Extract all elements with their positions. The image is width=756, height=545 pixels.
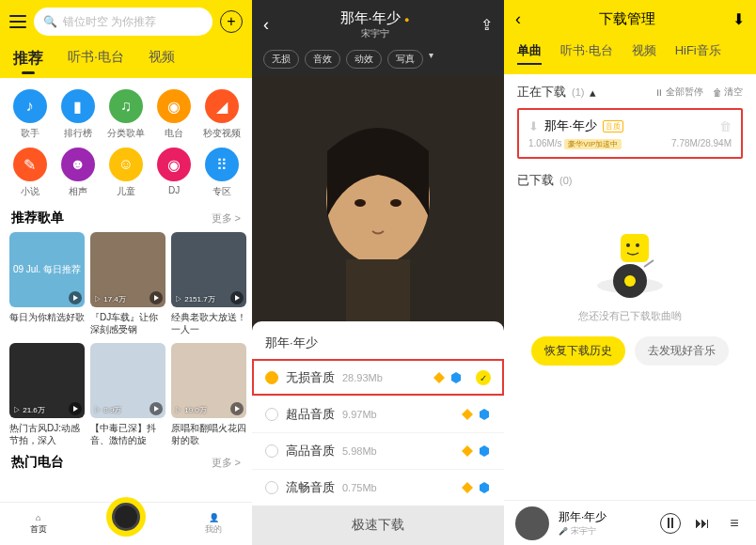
- search-icon: 🔍: [43, 15, 57, 28]
- quality-name: 超品音质: [286, 406, 335, 423]
- nav-mine[interactable]: 👤 我的: [205, 513, 222, 536]
- playlist-thumb: ▷ 19.0万: [171, 343, 246, 418]
- playlist-title: 『DJ车载』让你深刻感受钢: [90, 311, 165, 335]
- add-button[interactable]: +: [220, 10, 243, 33]
- category-item[interactable]: ✎小说: [6, 148, 54, 198]
- download-button[interactable]: 极速下载: [252, 506, 504, 545]
- menu-icon[interactable]: [9, 15, 26, 28]
- tab-hifi[interactable]: HiFi音乐: [675, 42, 721, 65]
- discover-music-button[interactable]: 去发现好音乐: [635, 336, 729, 366]
- tab-video[interactable]: 视频: [632, 42, 656, 65]
- play-icon[interactable]: [69, 402, 82, 415]
- category-item[interactable]: ☺儿童: [102, 148, 150, 198]
- player-header: ‹ 那年·年少 ● 宋宇宁 ⇪: [252, 0, 504, 50]
- category-label: 专区: [213, 185, 231, 198]
- playlist-card[interactable]: ▷ 21.6万热门古风DJ:动感节拍，深入: [9, 343, 85, 446]
- quality-option[interactable]: 高品音质5.98Mb: [252, 432, 504, 469]
- share-icon[interactable]: ⇪: [480, 16, 493, 34]
- quality-size: 5.98Mb: [342, 445, 377, 457]
- nav-player-disc[interactable]: [106, 497, 146, 537]
- category-item[interactable]: ▮排行榜: [54, 89, 102, 140]
- chip[interactable]: 动效: [346, 50, 382, 69]
- screen-downloads: ‹ 下载管理 ⬇ 单曲 听书·电台 视频 HiFi音乐 正在下载 (1) ▴ ⏸…: [504, 0, 756, 545]
- clear-button[interactable]: 🗑 清空: [713, 86, 743, 99]
- page-title: 下载管理: [599, 10, 655, 28]
- tab-recommend[interactable]: 推荐: [13, 49, 43, 69]
- tab-video[interactable]: 视频: [149, 49, 175, 69]
- section-title: 热门电台: [11, 454, 64, 471]
- category-item[interactable]: ♫分类歌单: [102, 89, 150, 140]
- mini-cover[interactable]: [515, 506, 549, 540]
- pause-all-button[interactable]: ⏸ 全部暂停: [654, 86, 703, 99]
- category-item[interactable]: ♪歌手: [6, 89, 54, 140]
- empty-illustration: [588, 215, 672, 300]
- play-count: ▷ 2151.7万: [175, 294, 215, 304]
- sheet-title: 那年·年少: [252, 331, 504, 359]
- back-icon[interactable]: ‹: [263, 15, 269, 35]
- downloaded-header[interactable]: 已下载 (0): [517, 172, 743, 189]
- quality-option[interactable]: 流畅音质0.75Mb: [252, 469, 504, 506]
- playlist-card[interactable]: ▷ 2151.7万经典老歌大放送！一人一: [171, 232, 246, 335]
- category-item[interactable]: ◢秒变视频: [198, 89, 246, 140]
- more-link[interactable]: 更多 >: [212, 211, 241, 226]
- quality-size: 0.75Mb: [342, 482, 377, 493]
- playlist-card[interactable]: ▷ 19.0万原唱和翻唱火花四射的歌: [171, 343, 246, 446]
- dl-progress: 7.78M/28.94M: [671, 138, 732, 149]
- svg-point-9: [626, 243, 630, 247]
- quality-option[interactable]: 无损音质28.93Mb✓: [252, 359, 504, 396]
- category-item[interactable]: ◉电台: [150, 89, 198, 140]
- play-count: ▷ 17.4万: [94, 294, 126, 304]
- playlist-title: 【中毒已深】抖音、激情的旋: [90, 422, 165, 446]
- tab-audiobook[interactable]: 听书·电台: [68, 49, 124, 69]
- playlist-icon[interactable]: ≡: [724, 513, 745, 534]
- tab-audiobook[interactable]: 听书·电台: [560, 42, 613, 65]
- category-item[interactable]: ☻相声: [54, 148, 102, 198]
- section-header: 推荐歌单 更多 >: [0, 202, 252, 232]
- download-all-icon[interactable]: ⬇: [732, 10, 745, 28]
- category-item[interactable]: ◉DJ: [150, 148, 198, 198]
- main-tabs: 推荐 听书·电台 视频: [0, 43, 252, 78]
- svg-rect-8: [621, 234, 649, 262]
- screen-player: ‹ 那年·年少 ● 宋宇宁 ⇪ 无损 音效 动效 写真 ▾ 那年·年少 无损音质…: [252, 0, 504, 545]
- playlist-thumb: ▷ 2151.7万: [171, 232, 246, 307]
- person-icon: 👤: [209, 513, 219, 522]
- playlist-card[interactable]: ▷ 17.4万『DJ车载』让你深刻感受钢: [90, 232, 165, 335]
- play-icon[interactable]: [69, 291, 82, 304]
- restore-history-button[interactable]: 恢复下载历史: [531, 336, 625, 366]
- play-icon[interactable]: [150, 402, 163, 415]
- dl-action-icon[interactable]: ⬇: [528, 119, 539, 133]
- play-count: ▷ 21.6万: [13, 405, 45, 415]
- chevron-up-icon: ▴: [590, 86, 596, 100]
- empty-state: 您还没有已下载歌曲哟 恢复下载历史 去发现好音乐: [517, 196, 743, 384]
- search-input[interactable]: 🔍 错位时空 为你推荐: [34, 8, 213, 36]
- downloading-header[interactable]: 正在下载 (1) ▴ ⏸ 全部暂停 🗑 清空: [517, 84, 743, 101]
- play-icon[interactable]: [150, 291, 163, 304]
- chip[interactable]: 无损: [263, 50, 299, 69]
- screen-home: 🔍 错位时空 为你推荐 + 推荐 听书·电台 视频 ♪歌手▮排行榜♫分类歌单◉电…: [0, 0, 252, 545]
- radio-icon: [265, 408, 278, 421]
- chip[interactable]: 音效: [305, 50, 340, 69]
- playlist-thumb: ▷ 21.6万: [9, 343, 85, 418]
- download-item[interactable]: ⬇ 那年·年少 音质 🗑 1.06M/s 豪华VIP加速中 7.78M/28.9…: [517, 108, 743, 159]
- playlist-card[interactable]: 09 Jul. 每日推荐每日为你精选好歌: [9, 232, 85, 335]
- chip[interactable]: 写真: [387, 50, 423, 69]
- quality-option[interactable]: 超品音质9.97Mb: [252, 396, 504, 432]
- radio-icon: [265, 481, 278, 494]
- home-icon: ⌂: [36, 513, 40, 522]
- play-icon[interactable]: [230, 291, 244, 304]
- more-link[interactable]: 更多 >: [212, 456, 241, 470]
- nav-home[interactable]: ⌂ 首页: [30, 513, 47, 536]
- delete-icon[interactable]: 🗑: [719, 119, 732, 133]
- category-item[interactable]: ⠿专区: [198, 148, 246, 198]
- quality-sheet: 那年·年少 无损音质28.93Mb✓超品音质9.97Mb高品音质5.98Mb流畅…: [252, 321, 504, 545]
- mini-player[interactable]: 那年·年少 🎤 宋宇宁 ⏸ ⏭ ≡: [504, 500, 756, 545]
- song-title-block: 那年·年少 ● 宋宇宁: [340, 9, 410, 40]
- category-icon: ♪: [13, 89, 47, 123]
- artist-name[interactable]: 宋宇宁: [340, 27, 410, 40]
- pause-icon[interactable]: ⏸: [660, 513, 681, 534]
- play-icon[interactable]: [230, 402, 244, 415]
- back-icon[interactable]: ‹: [515, 9, 521, 29]
- tab-single[interactable]: 单曲: [517, 42, 542, 65]
- playlist-card[interactable]: ▷ 8.9万【中毒已深】抖音、激情的旋: [90, 343, 165, 446]
- next-icon[interactable]: ⏭: [692, 513, 713, 534]
